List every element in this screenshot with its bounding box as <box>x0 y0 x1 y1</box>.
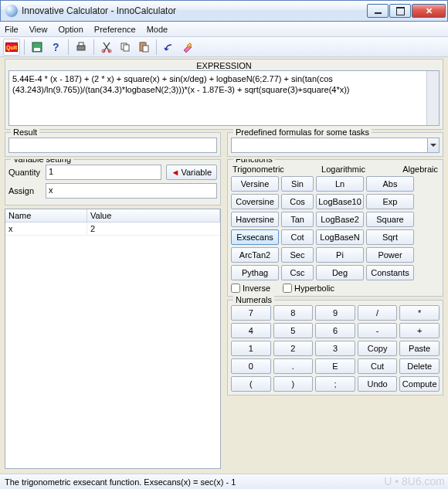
copy-icon[interactable] <box>117 39 134 56</box>
num-4-button[interactable]: 4 <box>231 323 271 338</box>
func-coversine-button[interactable]: Coversine <box>231 194 279 209</box>
toolbar: Quit ? <box>0 37 448 57</box>
num-7-button[interactable]: 7 <box>231 305 271 321</box>
func-abs-button[interactable]: Abs <box>366 176 414 192</box>
svg-rect-8 <box>124 45 129 51</box>
func-exsecans-button[interactable]: Exsecans <box>231 229 279 245</box>
expression-line2: (43.243)/ln(9.765))/(tan(34.3)*logbaseN(… <box>12 85 350 94</box>
num-x-button[interactable]: ( <box>231 376 271 392</box>
num-x-button[interactable]: / <box>358 305 398 321</box>
num-e-button[interactable]: E <box>315 358 355 374</box>
svg-rect-3 <box>77 46 85 50</box>
result-group: Result <box>5 132 221 157</box>
num-x-button[interactable]: ) <box>273 376 314 392</box>
menubar: File View Option Preference Mode <box>0 22 448 37</box>
predefined-dropdown[interactable] <box>231 138 440 153</box>
paste-icon[interactable] <box>135 39 152 56</box>
menu-preference[interactable]: Preference <box>94 25 136 34</box>
hdr-alg: Algebraic <box>402 165 438 174</box>
func-sec-button[interactable]: Sec <box>281 247 314 263</box>
num-x-button[interactable]: ; <box>315 376 355 392</box>
maximize-button[interactable] <box>389 4 411 18</box>
func-arctan2-button[interactable]: ArcTan2 <box>231 247 279 263</box>
variable-button[interactable]: ◄Variable <box>166 165 217 180</box>
app-icon <box>5 5 18 17</box>
func-cos-button[interactable]: Cos <box>281 194 314 209</box>
table-row[interactable]: x 2 <box>5 222 220 236</box>
cut-icon[interactable] <box>98 39 115 56</box>
expression-group: EXPRESSION 5.44E-4 * (x - 187) + (2 * x)… <box>5 59 443 130</box>
save-icon[interactable] <box>29 39 46 56</box>
num-paste-button[interactable]: Paste <box>399 341 440 356</box>
quantity-input[interactable]: 1 <box>46 165 161 180</box>
clear-icon[interactable] <box>179 39 196 56</box>
func-pythag-button[interactable]: Pythag <box>231 265 279 280</box>
hyperbolic-checkbox[interactable]: Hyperbolic <box>283 284 334 293</box>
menu-view[interactable]: View <box>29 25 48 34</box>
func-ln-button[interactable]: Ln <box>316 176 364 192</box>
quit-button[interactable]: Quit <box>3 39 20 56</box>
func-logbase2-button[interactable]: LogBase2 <box>316 212 364 227</box>
num-2-button[interactable]: 2 <box>273 341 314 356</box>
functions-group: Functions Trigonometric Logarithmic Alge… <box>227 159 443 297</box>
num-8-button[interactable]: 8 <box>273 305 314 321</box>
num-3-button[interactable]: 3 <box>315 341 355 356</box>
func-versine-button[interactable]: Versine <box>231 176 279 192</box>
func-sin-button[interactable]: Sin <box>281 176 314 192</box>
table-header: Name Value <box>5 209 220 222</box>
expression-textarea[interactable]: 5.44E-4 * (x - 187) + (2 * x) + square(x… <box>8 70 440 126</box>
func-exp-button[interactable]: Exp <box>366 194 414 209</box>
expression-line1: 5.44E-4 * (x - 187) + (2 * x) + square(x… <box>12 74 333 83</box>
func-power-button[interactable]: Power <box>366 247 414 263</box>
func-cot-button[interactable]: Cot <box>281 229 314 245</box>
func-logbasen-button[interactable]: LogBaseN <box>316 229 364 245</box>
num-x-button[interactable]: - <box>358 323 398 338</box>
func-square-button[interactable]: Square <box>366 212 414 227</box>
svg-text:?: ? <box>53 41 59 53</box>
close-button[interactable] <box>412 4 446 18</box>
quantity-label: Quantity <box>8 168 41 177</box>
num-x-button[interactable]: * <box>399 305 440 321</box>
minimize-button[interactable] <box>367 4 389 18</box>
num-5-button[interactable]: 5 <box>273 323 314 338</box>
menu-file[interactable]: File <box>5 25 19 34</box>
print-icon[interactable] <box>73 39 90 56</box>
statusbar: The trigonometric exsecant function. Exs… <box>0 474 448 489</box>
num-1-button[interactable]: 1 <box>231 341 271 356</box>
menu-option[interactable]: Option <box>58 25 83 34</box>
col-value[interactable]: Value <box>87 209 220 222</box>
func-deg-button[interactable]: Deg <box>316 265 364 280</box>
result-field[interactable] <box>8 138 217 153</box>
undo-icon[interactable] <box>161 39 178 56</box>
window-title: Innovative Calculator - InnoCalculator <box>22 5 367 16</box>
num-undo-button[interactable]: Undo <box>358 376 398 392</box>
num-0-button[interactable]: 0 <box>231 358 271 374</box>
status-text: The trigonometric exsecant function. Exs… <box>5 477 236 487</box>
svg-rect-11 <box>143 46 148 52</box>
assign-input[interactable]: x <box>46 183 217 199</box>
func-constants-button[interactable]: Constants <box>366 265 414 280</box>
func-haversine-button[interactable]: Haversine <box>231 212 279 227</box>
col-name[interactable]: Name <box>5 209 87 222</box>
func-tan-button[interactable]: Tan <box>281 212 314 227</box>
num-copy-button[interactable]: Copy <box>358 341 398 356</box>
func-logbase10-button[interactable]: LogBase10 <box>316 194 364 209</box>
hdr-trig: Trigonometric <box>232 165 284 174</box>
num-cut-button[interactable]: Cut <box>358 358 398 374</box>
func-sqrt-button[interactable]: Sqrt <box>366 229 414 245</box>
predefined-group: Predefined formulas for some tasks <box>227 132 443 157</box>
num-9-button[interactable]: 9 <box>315 305 355 321</box>
func-csc-button[interactable]: Csc <box>281 265 314 280</box>
inverse-checkbox[interactable]: Inverse <box>231 284 270 293</box>
scrollbar[interactable] <box>426 71 439 125</box>
num-compute-button[interactable]: Compute <box>399 376 440 392</box>
help-icon[interactable]: ? <box>47 39 64 56</box>
num-6-button[interactable]: 6 <box>315 323 355 338</box>
num-x-button[interactable]: + <box>399 323 440 338</box>
func-pi-button[interactable]: Pi <box>316 247 364 263</box>
num-delete-button[interactable]: Delete <box>399 358 440 374</box>
result-legend: Result <box>11 127 39 137</box>
menu-mode[interactable]: Mode <box>147 25 168 34</box>
num-x-button[interactable]: . <box>273 358 314 374</box>
separator <box>156 39 157 55</box>
